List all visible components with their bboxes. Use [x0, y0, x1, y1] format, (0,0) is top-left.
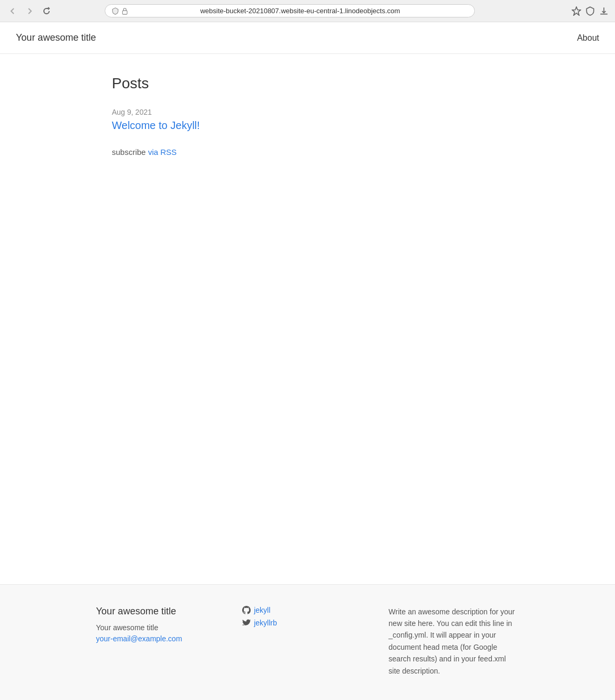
footer-social-github: jekyll — [242, 606, 373, 614]
footer-email-link[interactable]: your-email@example.com — [96, 634, 182, 643]
post-title-link[interactable]: Welcome to Jekyll! — [112, 119, 200, 131]
twitter-icon — [242, 619, 251, 627]
footer-col-1: Your awesome title Your awesome title yo… — [96, 606, 227, 679]
subscribe-text: subscribe via RSS — [112, 148, 503, 156]
posts-heading: Posts — [112, 75, 503, 92]
footer-description: Write an awesome description for your ne… — [389, 606, 519, 677]
footer-col-2: jekyll jekyllrb — [242, 606, 373, 679]
footer-social-twitter: jekyllrb — [242, 619, 373, 627]
site-nav: About — [577, 33, 599, 43]
address-bar-icons — [112, 7, 128, 15]
post-item: Aug 9, 2021 Welcome to Jekyll! — [112, 108, 503, 132]
about-nav-link[interactable]: About — [577, 33, 599, 42]
browser-chrome: website-bucket-20210807.website-eu-centr… — [0, 0, 615, 22]
address-bar[interactable]: website-bucket-20210807.website-eu-centr… — [105, 4, 475, 17]
jekyllrb-link[interactable]: jekyllrb — [254, 619, 277, 627]
site-title-link[interactable]: Your awesome title — [16, 32, 96, 43]
forward-button[interactable] — [23, 5, 36, 17]
address-url: website-bucket-20210807.website-eu-centr… — [133, 7, 468, 15]
rss-link[interactable]: via RSS — [148, 148, 177, 156]
download-icon[interactable] — [599, 6, 609, 16]
svg-marker-1 — [572, 7, 581, 15]
extension-icon[interactable] — [585, 6, 595, 16]
jekyll-link[interactable]: jekyll — [254, 606, 270, 614]
footer-site-title: Your awesome title — [96, 606, 227, 617]
site-header: Your awesome title About — [0, 22, 615, 54]
browser-right-icons — [572, 6, 609, 16]
svg-rect-0 — [122, 11, 127, 14]
main-content: Posts Aug 9, 2021 Welcome to Jekyll! sub… — [96, 54, 519, 178]
footer-inner: Your awesome title Your awesome title yo… — [96, 606, 519, 679]
subscribe-label: subscribe — [112, 148, 148, 156]
lock-icon — [121, 7, 128, 15]
reload-button[interactable] — [40, 5, 53, 17]
bookmark-star-icon[interactable] — [572, 6, 581, 16]
site-footer: Your awesome title Your awesome title yo… — [0, 584, 615, 700]
back-button[interactable] — [6, 5, 19, 17]
footer-col-3: Write an awesome description for your ne… — [389, 606, 519, 679]
footer-site-name: Your awesome title — [96, 623, 227, 632]
github-icon — [242, 606, 251, 614]
post-date: Aug 9, 2021 — [112, 108, 503, 116]
shield-icon — [112, 7, 119, 15]
browser-nav-buttons — [6, 5, 53, 17]
content-area: Posts Aug 9, 2021 Welcome to Jekyll! sub… — [0, 54, 615, 584]
